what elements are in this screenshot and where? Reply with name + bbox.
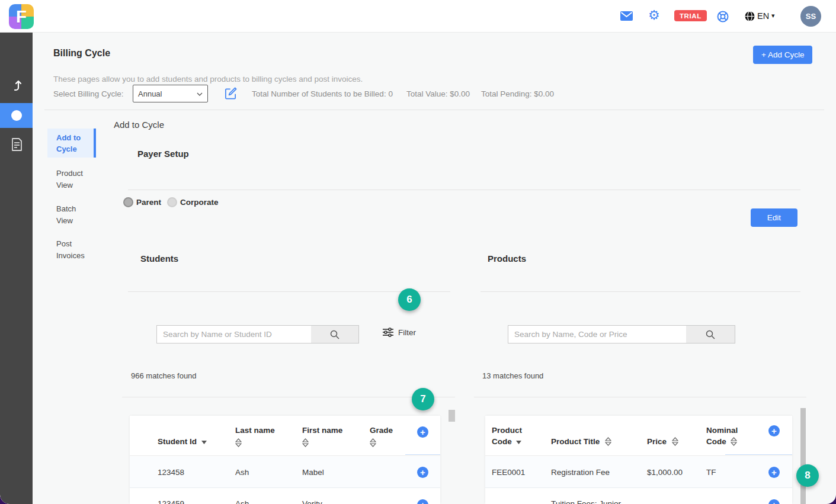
subnav-item-add-to-cycle[interactable]: Add to Cycle [47, 129, 96, 158]
annotation-badge-7: 7 [412, 388, 434, 410]
student-last-name-cell: Ash [235, 499, 249, 504]
add-all-students-button[interactable]: + [417, 426, 428, 438]
sort-icon [605, 437, 611, 446]
sort-desc-icon [516, 441, 521, 444]
total-pending-stat: Total Pending: $0.00 [481, 89, 554, 98]
product-row: Tuition Fees: Junior + [485, 497, 792, 504]
add-all-products-button[interactable]: + [768, 425, 780, 436]
total-value-stat: Total Value: $0.00 [406, 89, 470, 98]
column-header-last-name[interactable]: Last name [235, 425, 275, 451]
subnav-item-product-view[interactable]: Product View [56, 168, 93, 191]
payer-divider [128, 190, 800, 190]
student-last-name-cell: Ash [235, 468, 249, 477]
products-scrollbar[interactable] [800, 408, 806, 504]
edit-button[interactable]: Edit [751, 208, 797, 227]
globe-icon[interactable] [745, 11, 755, 24]
section-title: Add to Cycle [114, 120, 164, 130]
add-product-button[interactable]: + [768, 499, 780, 504]
add-cycle-button[interactable]: + Add Cycle [753, 46, 812, 64]
help-ring-icon[interactable] [717, 11, 729, 25]
select-billing-cycle-label: Select Billing Cycle: [53, 89, 124, 98]
students-search-button[interactable] [311, 325, 359, 344]
students-matches-count: 966 matches found [131, 371, 197, 380]
document-icon [10, 137, 23, 152]
rail-item-billing-active[interactable] [0, 103, 33, 128]
subnav-label: Add to Cycle [47, 129, 84, 155]
payer-radio-corporate-label: Corporate [180, 198, 219, 207]
students-table-header: Student Id Last name First name Grade + [130, 416, 440, 456]
column-header-nominal-code[interactable]: Nominal Code [706, 425, 744, 448]
product-code-cell: FEE0001 [492, 468, 525, 477]
column-header-student-id[interactable]: Student Id [158, 436, 207, 448]
student-id-cell: 123458 [158, 468, 184, 477]
student-id-cell: 123459 [158, 499, 184, 504]
total-students-stat: Total Number of Students to be Billed: 0 [252, 89, 393, 98]
products-table-divider [474, 397, 806, 397]
payer-radio-parent[interactable] [123, 197, 133, 207]
product-price-cell: $1,000.00 [647, 468, 683, 477]
add-student-button[interactable]: + [417, 499, 428, 504]
column-header-product-code[interactable]: Product Code [492, 425, 528, 448]
products-matches-count: 13 matches found [482, 371, 543, 380]
filter-sliders-icon [383, 328, 393, 337]
language-selector[interactable]: EN [757, 11, 769, 21]
add-product-button[interactable]: + [768, 467, 780, 478]
filter-label: Filter [398, 328, 416, 337]
products-table-header: Product Code Product Title Price Nominal… [485, 416, 792, 456]
student-first-name-cell: Verity [302, 499, 322, 504]
edit-cycle-icon[interactable] [224, 86, 238, 102]
student-first-name-cell: Mabel [302, 468, 324, 477]
students-table: Student Id Last name First name Grade + … [130, 416, 440, 504]
sort-icon [302, 438, 309, 447]
search-icon [706, 330, 715, 339]
products-divider [481, 291, 800, 292]
students-table-divider [122, 397, 455, 397]
billing-cycle-select[interactable]: Annual [133, 85, 208, 102]
products-search-button[interactable] [686, 325, 735, 344]
app-window: F ⚙ TRIAL EN ▾ SS [0, 0, 836, 504]
product-title-cell: Tuition Fees: Junior [551, 499, 621, 504]
corner-up-arrow-icon [9, 78, 24, 92]
header-divider [44, 110, 824, 110]
products-search-input[interactable] [508, 325, 687, 344]
left-rail [0, 33, 33, 504]
students-title: Students [140, 253, 178, 264]
student-row: 123459 Ash Verity + [130, 497, 440, 504]
top-bar: F ⚙ TRIAL EN ▾ SS [0, 0, 836, 33]
rail-item-export[interactable] [0, 73, 33, 98]
column-header-grade[interactable]: Grade [370, 425, 393, 451]
payer-setup-title: Payer Setup [137, 149, 189, 159]
annotation-badge-6: 6 [398, 288, 421, 311]
subnav-item-batch-view[interactable]: Batch View [56, 203, 93, 226]
chevron-down-icon [197, 92, 203, 96]
sort-icon [731, 437, 737, 446]
app-logo[interactable]: F [9, 4, 34, 29]
mail-icon[interactable] [620, 11, 633, 23]
column-header-price[interactable]: Price [647, 436, 678, 448]
students-filter-button[interactable]: Filter [383, 328, 416, 337]
rail-item-invoices[interactable] [0, 132, 33, 157]
search-icon [330, 330, 339, 339]
column-header-first-name[interactable]: First name [302, 425, 342, 451]
column-header-product-title[interactable]: Product Title [551, 436, 611, 448]
sort-desc-icon [201, 441, 207, 444]
student-row: 123458 Ash Mabel + [130, 457, 440, 488]
students-search-input[interactable] [156, 325, 312, 344]
page-title: Billing Cycle [53, 48, 110, 59]
chevron-down-icon[interactable]: ▾ [771, 12, 775, 20]
product-row: FEE0001 Registration Fee $1,000.00 TF + [485, 457, 792, 488]
circle-icon [11, 110, 22, 121]
sort-icon [235, 438, 242, 447]
add-student-button[interactable]: + [417, 467, 428, 478]
gear-icon[interactable]: ⚙ [648, 8, 660, 23]
students-scrollbar-thumb[interactable] [449, 410, 455, 422]
product-title-cell: Registration Fee [551, 468, 610, 477]
products-table: Product Code Product Title Price Nominal… [485, 416, 792, 504]
subnav-item-post-invoices[interactable]: Post Invoices [56, 238, 93, 261]
annotation-badge-8: 8 [796, 464, 819, 487]
user-avatar[interactable]: SS [800, 6, 821, 27]
billing-cycle-selected-value: Annual [138, 89, 162, 98]
product-nominal-cell: TF [706, 468, 716, 477]
sort-icon [672, 437, 678, 446]
payer-radio-corporate[interactable] [167, 197, 177, 207]
